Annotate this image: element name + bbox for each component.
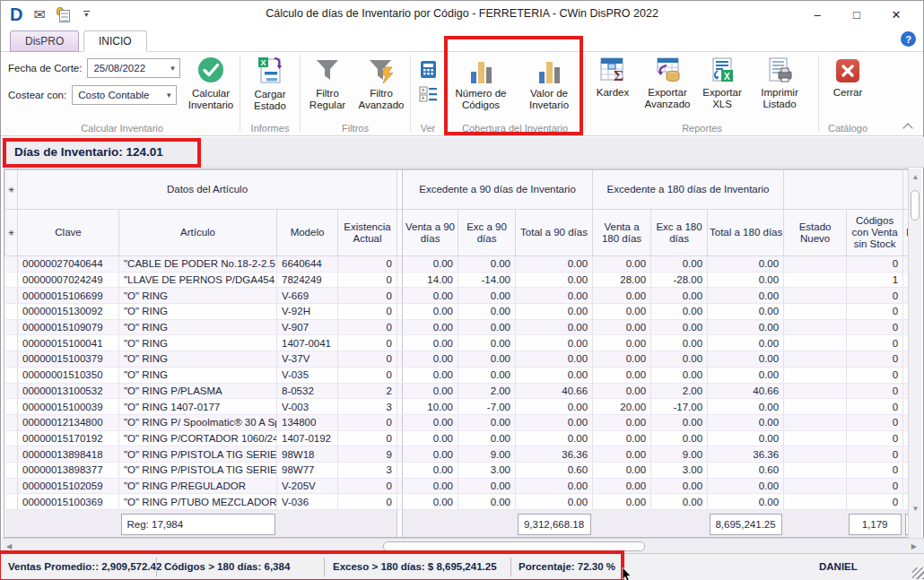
- cell[interactable]: 0.00: [651, 335, 708, 351]
- cell[interactable]: 0.00: [516, 335, 593, 351]
- cell[interactable]: 0.00: [516, 478, 593, 494]
- table-row[interactable]: 00000027040644"CABLE DE PODER No.18-2-2.…: [5, 256, 910, 273]
- cell[interactable]: [784, 335, 847, 351]
- cell[interactable]: 0.00: [458, 319, 516, 335]
- cell[interactable]: 0: [847, 304, 903, 320]
- cell[interactable]: [784, 478, 847, 494]
- filtro-regular-button[interactable]: Filtro Regular: [301, 53, 353, 111]
- cell[interactable]: "O" RING P/CORTADOR 1060/2460: [119, 430, 277, 446]
- cell[interactable]: "O" RING P/ Spoolmatic® 30 A Sp: [119, 414, 277, 430]
- cell[interactable]: "O" RING: [119, 304, 277, 320]
- costear-con-combobox[interactable]: Costo Contable ▾: [72, 85, 177, 105]
- cell[interactable]: 8-0532: [277, 383, 338, 399]
- calculator-icon[interactable]: [420, 60, 437, 79]
- col-header-exc-180[interactable]: Exc a 180 días: [651, 210, 708, 256]
- cell[interactable]: V-035: [277, 367, 338, 383]
- cell[interactable]: 36.36: [708, 446, 784, 463]
- col-header-modelo[interactable]: Modelo: [277, 210, 338, 256]
- cell[interactable]: 0.00: [593, 494, 651, 510]
- cell[interactable]: [784, 383, 847, 399]
- cell[interactable]: 0.00: [708, 367, 784, 383]
- cell[interactable]: "O" RING: [119, 319, 277, 335]
- cell[interactable]: 2.00: [458, 383, 516, 399]
- row-indicator[interactable]: [5, 256, 18, 273]
- cell[interactable]: [784, 446, 847, 463]
- cell[interactable]: 0.00: [593, 304, 651, 320]
- cell[interactable]: 0.00: [708, 478, 784, 494]
- cell[interactable]: "CABLE DE PODER No.18-2-2.5 P/J: [119, 256, 277, 273]
- table-row[interactable]: 00000015100369"O" RING P/TUBO MEZCLADOR …: [5, 494, 910, 510]
- row-indicator[interactable]: [5, 272, 18, 288]
- cell[interactable]: 0.00: [593, 462, 651, 478]
- cell[interactable]: 0.00: [403, 414, 458, 430]
- cell[interactable]: 0.00: [708, 414, 784, 430]
- cell[interactable]: 00000015106699: [18, 288, 119, 304]
- cell[interactable]: 0: [847, 256, 903, 273]
- cell[interactable]: 00000013898418: [18, 446, 119, 463]
- cell[interactable]: 0.00: [516, 272, 593, 288]
- cell[interactable]: 0.00: [593, 430, 651, 446]
- cell[interactable]: 00000027040644: [18, 256, 119, 273]
- cell[interactable]: 0.00: [708, 272, 784, 288]
- cell[interactable]: 0.00: [458, 256, 516, 273]
- cell[interactable]: 0.00: [651, 319, 708, 335]
- cell[interactable]: 0: [847, 399, 903, 415]
- cell[interactable]: 0.00: [708, 288, 784, 304]
- cell[interactable]: 0.00: [403, 319, 458, 335]
- cell[interactable]: 0: [338, 272, 397, 288]
- maximize-button[interactable]: □: [837, 1, 876, 28]
- cell[interactable]: 0.00: [458, 478, 516, 494]
- row-indicator[interactable]: [5, 351, 18, 368]
- cell[interactable]: V-37V: [277, 351, 338, 368]
- cell[interactable]: 3: [338, 399, 397, 415]
- fecha-corte-combobox[interactable]: 25/08/2022 ▾: [87, 58, 180, 78]
- cell[interactable]: 00000013100532: [18, 383, 119, 399]
- cell[interactable]: 00000013898377: [18, 462, 119, 478]
- cell[interactable]: 0.00: [708, 256, 784, 273]
- cell[interactable]: -28.00: [651, 272, 708, 288]
- cell[interactable]: 9: [338, 446, 397, 463]
- exportar-xls-button[interactable]: X Exportar XLS: [696, 53, 748, 110]
- row-indicator[interactable]: [5, 478, 18, 494]
- cell[interactable]: 0.00: [403, 383, 458, 399]
- cell[interactable]: 0.00: [593, 351, 651, 368]
- cell[interactable]: 134800: [277, 414, 338, 430]
- table-row[interactable]: 00000015100041"O" RING1407-004100.000.00…: [5, 335, 910, 351]
- numero-de-codigos-button[interactable]: Número de Códigos: [449, 53, 513, 111]
- cell[interactable]: 0.00: [403, 304, 458, 320]
- table-row[interactable]: 00000015130092"O" RINGV-92H00.000.000.00…: [5, 304, 910, 320]
- table-row[interactable]: 00000013898418"O" RING P/PISTOLA TIG SER…: [5, 446, 910, 463]
- cell[interactable]: 0.00: [403, 335, 458, 351]
- row-indicator[interactable]: [5, 367, 18, 383]
- table-row[interactable]: 00000015106699"O" RINGV-66900.000.000.00…: [5, 288, 910, 304]
- valor-de-inventario-button[interactable]: Valor de Invetario: [517, 53, 581, 111]
- cell[interactable]: "O" RING P/PISTOLA TIG SERIES 17: [119, 446, 277, 463]
- cell[interactable]: 98W18: [277, 446, 338, 463]
- col-header-venta-90[interactable]: Venta a 90 días: [403, 210, 458, 256]
- cell[interactable]: 0.00: [458, 367, 516, 383]
- cell[interactable]: [784, 272, 847, 288]
- cell[interactable]: "O" RING 1407-0177: [119, 399, 277, 415]
- cell[interactable]: 0.00: [403, 478, 458, 494]
- col-header-estado-nuevo[interactable]: Estado Nuevo: [784, 210, 847, 256]
- cell[interactable]: 0: [847, 478, 903, 494]
- cell[interactable]: "O" RING: [119, 288, 277, 304]
- cell[interactable]: 0: [847, 446, 903, 463]
- cell[interactable]: 0.00: [403, 288, 458, 304]
- cell[interactable]: 0.00: [593, 478, 651, 494]
- col-header-total-90[interactable]: Total a 90 días: [516, 210, 593, 256]
- cell[interactable]: 0: [338, 256, 397, 273]
- table-row[interactable]: 00000013898377"O" RING P/PISTOLA TIG SER…: [5, 462, 910, 478]
- cell[interactable]: 0.00: [516, 414, 593, 430]
- cell[interactable]: 0: [338, 304, 397, 320]
- cell[interactable]: 14.00: [403, 272, 458, 288]
- cell[interactable]: 1407-0041: [277, 335, 338, 351]
- cell[interactable]: 1407-0192: [277, 430, 338, 446]
- cell[interactable]: 0.00: [516, 399, 593, 415]
- cell[interactable]: [784, 430, 847, 446]
- cell[interactable]: 0: [338, 478, 397, 494]
- cell[interactable]: 0: [847, 335, 903, 351]
- cell[interactable]: 0.00: [708, 430, 784, 446]
- row-indicator[interactable]: [5, 335, 18, 351]
- cell[interactable]: 40.66: [516, 383, 593, 399]
